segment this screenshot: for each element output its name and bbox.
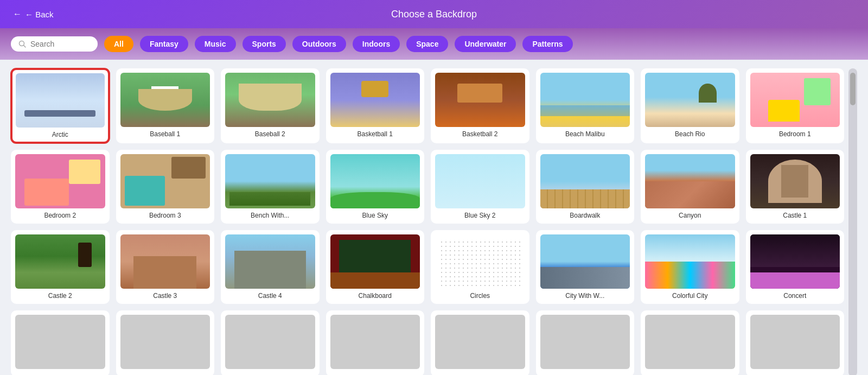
filter-outdoors[interactable]: Outdoors [292,36,346,52]
backdrop-item-partial1[interactable] [11,310,110,375]
search-icon [18,40,26,48]
backdrop-thumb-bluesky [330,154,420,208]
backdrop-item-castle2[interactable]: Castle 2 [11,230,110,304]
backdrop-label-basketball2: Basketball 2 [462,130,497,138]
backdrop-label-bluesky: Blue Sky [362,212,388,219]
backdrop-label-boardwalk: Boardwalk [570,212,600,219]
backdrop-label-baseball1: Baseball 1 [150,130,180,138]
backdrop-item-concert[interactable]: Concert [746,230,845,304]
backdrop-item-bedroom1[interactable]: Bedroom 1 [746,68,845,143]
backdrop-label-castle4: Castle 4 [258,292,282,300]
backdrop-label-arctic: Arctic [52,131,68,138]
backdrop-item-chalkboard[interactable]: Chalkboard [326,230,425,304]
backdrop-label-castle3: Castle 3 [153,292,177,300]
backdrop-item-beach-rio[interactable]: Beach Rio [641,68,739,143]
filter-music[interactable]: Music [195,36,236,52]
backdrop-thumb-castle1 [750,154,840,208]
filter-fantasy[interactable]: Fantasy [140,36,188,52]
backdrop-item-partial6[interactable] [536,310,635,375]
filter-all[interactable]: All [104,36,133,52]
backdrop-item-partial3[interactable] [221,310,320,375]
filter-space[interactable]: Space [406,36,448,52]
backdrop-thumb-circles [435,234,525,289]
backdrop-item-arctic[interactable]: Arctic [11,68,110,143]
backdrop-thumb-cityw [540,234,630,289]
backdrop-thumb-bedroom2 [15,154,105,208]
backdrop-thumb-basketball2 [435,73,525,127]
backdrop-item-castle3[interactable]: Castle 3 [116,230,215,304]
filter-bar: All Fantasy Music Sports Outdoors Indoor… [0,28,868,60]
backdrop-label-baseball2: Baseball 2 [255,130,285,138]
backdrop-thumb-concert [750,234,840,289]
scrollbar-thumb[interactable] [850,73,856,105]
backdrop-thumb-bedroom1 [750,73,840,127]
filter-underwater[interactable]: Underwater [455,36,516,52]
backdrop-item-bluesky[interactable]: Blue Sky [326,150,425,224]
backdrop-label-beach-rio: Beach Rio [675,130,705,138]
scrollbar[interactable] [848,68,857,375]
backdrop-label-basketball1: Basketball 1 [358,130,393,138]
backdrop-item-bench[interactable]: Bench With... [221,150,320,224]
backdrop-label-concert: Concert [783,292,806,300]
search-box[interactable] [11,36,98,52]
backdrop-thumb-partial8 [750,315,840,369]
backdrop-item-partial4[interactable] [326,310,425,375]
backdrop-item-basketball2[interactable]: Basketball 2 [431,68,529,143]
backdrop-label-castle2: Castle 2 [48,292,72,300]
backdrop-item-baseball2[interactable]: Baseball 2 [221,68,320,143]
back-label: ← Back [25,10,54,19]
backdrop-thumb-bluesky2 [435,154,525,208]
backdrop-label-circles: Circles [470,292,490,300]
backdrop-item-partial2[interactable] [116,310,215,375]
backdrop-item-boardwalk[interactable]: Boardwalk [536,150,635,224]
backdrop-thumb-baseball2 [225,73,315,127]
backdrop-item-colorful-city[interactable]: Colorful City [641,230,739,304]
backdrop-item-canyon[interactable]: Canyon [641,150,739,224]
backdrop-label-cityw: City With W... [565,292,604,300]
search-input[interactable] [30,40,90,48]
backdrop-item-castle1[interactable]: Castle 1 [746,150,845,224]
backdrop-label-bluesky2: Blue Sky 2 [464,212,495,219]
backdrop-thumb-castle2 [15,234,105,289]
backdrop-item-partial7[interactable] [641,310,739,375]
backdrop-thumb-partial1 [15,315,105,369]
backdrop-grid: ArcticBaseball 1Baseball 2Basketball 1Ba… [11,68,844,375]
backdrop-thumb-colorful-city [645,234,735,289]
backdrop-item-cityw[interactable]: City With W... [536,230,635,304]
backdrop-thumb-beach-malibu [540,73,630,127]
backdrop-thumb-beach-rio [645,73,735,127]
backdrop-item-bedroom2[interactable]: Bedroom 2 [11,150,110,224]
page-title: Choose a Backdrop [391,9,477,20]
backdrop-thumb-partial7 [645,315,735,369]
backdrop-item-bluesky2[interactable]: Blue Sky 2 [431,150,529,224]
backdrop-label-castle1: Castle 1 [783,212,807,219]
backdrop-item-circles[interactable]: Circles [431,230,529,304]
backdrop-label-canyon: Canyon [679,212,701,219]
filter-patterns[interactable]: Patterns [522,36,572,52]
backdrop-thumb-basketball1 [330,73,420,127]
backdrop-label-bedroom1: Bedroom 1 [779,130,811,138]
backdrop-item-castle4[interactable]: Castle 4 [221,230,320,304]
backdrop-item-partial8[interactable] [746,310,845,375]
back-button[interactable]: ← ← Back [13,9,54,19]
backdrop-item-baseball1[interactable]: Baseball 1 [116,68,215,143]
backdrop-item-basketball1[interactable]: Basketball 1 [326,68,425,143]
backdrop-thumb-bench [225,154,315,208]
backdrop-thumb-partial2 [120,315,210,369]
backdrop-thumb-chalkboard [330,234,420,289]
svg-line-1 [24,46,26,48]
backdrop-thumb-bedroom3 [120,154,210,208]
filter-indoors[interactable]: Indoors [353,36,400,52]
backdrop-label-beach-malibu: Beach Malibu [565,130,605,138]
filter-sports[interactable]: Sports [242,36,286,52]
backdrop-item-bedroom3[interactable]: Bedroom 3 [116,150,215,224]
backdrop-thumb-boardwalk [540,154,630,208]
back-arrow-icon: ← [13,9,22,19]
backdrop-label-colorful-city: Colorful City [672,292,707,300]
backdrop-thumb-partial4 [330,315,420,369]
backdrop-label-bedroom2: Bedroom 2 [44,212,76,219]
backdrop-thumb-baseball1 [120,73,210,127]
backdrop-item-beach-malibu[interactable]: Beach Malibu [536,68,635,143]
backdrop-label-bench: Bench With... [251,212,289,219]
backdrop-item-partial5[interactable] [431,310,529,375]
